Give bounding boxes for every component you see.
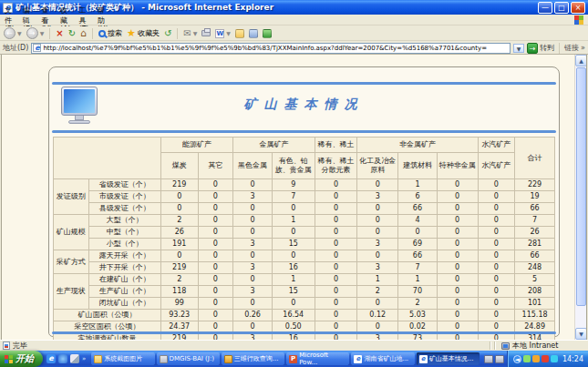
printer-tray-icon[interactable] [484,355,493,363]
forward-button[interactable]: → ▼ [26,27,46,39]
data-cell: 3 [357,191,398,203]
data-cell: 0 [315,250,357,262]
data-cell: 0 [272,203,315,215]
column-header: 水汽矿产 [478,153,515,179]
data-cell: 0 [198,215,233,227]
taskbar-button[interactable]: e湖南省矿山地... [351,352,414,365]
tray-status-icon[interactable] [532,355,540,362]
edit-dropdown-icon[interactable]: ▼ [226,30,231,36]
edit-button[interactable]: W▼ [214,29,232,38]
scroll-up-icon[interactable]: ▲ [575,55,587,66]
vertical-scrollbar[interactable]: ▲ ▼ [574,55,586,340]
column-header: 黑色金属 [233,153,273,179]
total-cell: 26 [515,227,555,239]
forward-dropdown-icon[interactable]: ▼ [40,30,45,36]
scroll-down-icon[interactable]: ▼ [575,328,587,340]
data-cell: 99 [160,298,198,310]
start-label: 开始 [15,352,34,365]
data-cell: 0.12 [357,310,398,321]
back-dropdown-icon[interactable]: ▼ [17,30,22,36]
data-cell: 0 [357,215,398,227]
mail-dropdown-icon[interactable]: ▼ [193,30,198,36]
data-cell: 0 [478,286,515,298]
stop-button[interactable]: × [55,28,64,38]
app-icon [224,355,232,363]
row-label: 省级发证（个） [88,179,160,191]
history-button[interactable]: ↺ [163,28,172,38]
go-button[interactable]: → 转到 [527,43,554,54]
table-container: 能源矿产金属矿产稀有、稀土非金属矿产水汽矿产合计煤炭其它黑色金属有色、铂族、贵金… [53,137,555,330]
back-button[interactable]: ← ▼ [3,27,23,39]
address-url: http://localhost/%e7%9f%bf%e5%b1%b1%e5%9… [43,45,509,52]
show-desktop-icon[interactable] [70,354,79,363]
row-label: 县级发证（个） [88,203,160,215]
taskbar-button-label: 系统截图图片 [104,354,142,363]
data-cell: 0 [398,227,438,239]
data-cell: 0 [437,227,478,239]
home-button[interactable]: ⌂ [79,27,88,39]
refresh-button[interactable]: ↻ [67,28,77,38]
minimize-button[interactable]: — [538,2,552,14]
data-cell: 9 [272,179,315,191]
address-input[interactable]: e http://localhost/%e7%9f%bf%e5%b1%b1%e5… [31,43,511,54]
data-cell: 69 [398,239,438,250]
discuss-button[interactable] [234,29,245,38]
tray-status-icon[interactable] [551,355,558,362]
search-button[interactable]: 搜索 [98,28,123,38]
tray-status-icon[interactable] [542,355,549,362]
data-cell: 118 [160,286,198,298]
data-cell: 0 [315,191,357,203]
data-cell: 0 [478,191,515,203]
column-header: 稀有、稀土分散元素 [315,153,357,179]
data-cell: 1 [357,274,398,286]
page-title: 矿山基本情况 [49,97,559,113]
table-row: 闭坑矿山（个）9900000200101 [54,298,555,310]
address-dropdown-icon[interactable]: ▼ [513,44,524,53]
taskbar-button[interactable]: PMicrosoft Pow... [286,352,349,365]
data-cell: 0 [437,262,478,274]
data-cell: 0 [315,262,357,274]
data-cell: 26 [160,227,198,239]
column-group-header: 非金属矿产 [357,138,478,153]
data-cell: 0 [198,179,233,191]
data-cell: 70 [398,286,438,298]
start-button[interactable]: 开始 [0,351,43,367]
data-cell: 0 [160,191,198,203]
total-cell: 115.18 [515,310,555,321]
links-button[interactable]: 链接 » [564,43,585,53]
taskbar-button[interactable]: 三维行政查询... [222,352,284,365]
quicklaunch-app-icon[interactable] [58,354,67,363]
taskbar-button[interactable]: DMGIS-BAI (J:) [157,352,220,365]
data-cell: 0 [315,274,357,286]
keyboard-tray-icon[interactable] [495,355,504,363]
taskbar-button[interactable]: 系统截图图片 [91,352,154,365]
quicklaunch-overflow-chevron[interactable]: » [82,355,86,362]
tray-status-icon[interactable] [523,355,531,362]
scrollbar-thumb[interactable] [576,67,586,306]
summary-label: 矿山面积（公顷） [54,310,161,321]
data-cell: 0 [198,227,233,239]
data-cell: 4 [398,215,438,227]
favorites-button[interactable]: ★ 收藏夹 [126,27,160,39]
data-cell: 0 [478,203,515,215]
print-button[interactable] [201,30,211,36]
data-cell: 2 [398,298,438,310]
quicklaunch-ie-icon[interactable]: e [46,354,56,363]
messenger-button[interactable] [262,29,273,38]
search-label: 搜索 [108,28,122,38]
total-cell: 7 [515,215,555,227]
taskbar-button[interactable]: e矿山基本情况... [417,352,480,365]
total-cell: 19 [515,191,555,203]
mail-button[interactable]: ✉▼ [182,28,198,38]
restore-button[interactable]: □ [554,2,569,14]
total-cell: 66 [515,250,555,262]
total-column-header: 合计 [515,138,555,179]
data-cell: 0 [198,286,233,298]
research-button[interactable] [248,29,259,38]
taskbar-button-label: 三维行政查询... [234,354,279,363]
tray-collapse-chevron-icon[interactable]: ◄ [513,355,521,363]
close-button[interactable]: × [571,2,585,14]
data-cell: 0 [478,274,515,286]
table-row: 小型（个）1910315036900281 [54,239,555,250]
row-label: 井下开采（个） [88,262,160,274]
